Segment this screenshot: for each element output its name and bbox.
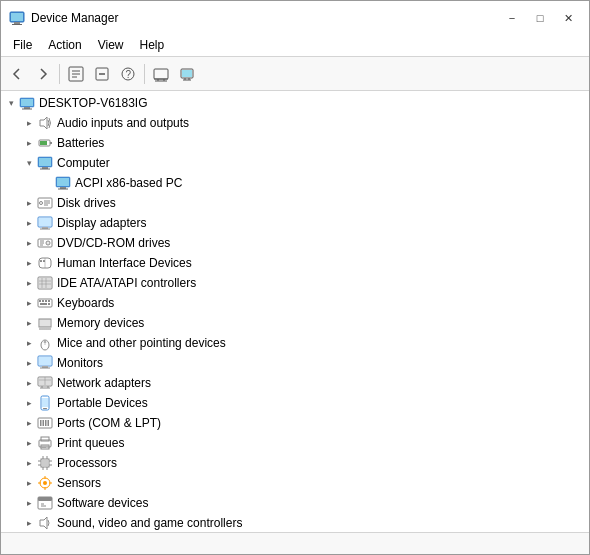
expander-ide[interactable] bbox=[21, 275, 37, 291]
svg-text:?: ? bbox=[126, 69, 132, 80]
expander-memory[interactable] bbox=[21, 315, 37, 331]
portable-label: Portable Devices bbox=[57, 396, 148, 410]
list-item[interactable]: Computer bbox=[19, 153, 589, 173]
menu-bar: File Action View Help bbox=[1, 33, 589, 57]
svg-marker-129 bbox=[40, 517, 47, 529]
expander-display[interactable] bbox=[21, 215, 37, 231]
svg-rect-67 bbox=[48, 300, 50, 302]
expander-dvd[interactable] bbox=[21, 235, 37, 251]
menu-help[interactable]: Help bbox=[132, 36, 173, 54]
ide-icon bbox=[37, 275, 53, 291]
list-item[interactable]: Print queues bbox=[19, 433, 589, 453]
svg-rect-1 bbox=[14, 22, 20, 24]
expander-monitors[interactable] bbox=[21, 355, 37, 371]
expander-sound[interactable] bbox=[21, 515, 37, 531]
list-item[interactable]: Disk drives bbox=[19, 193, 589, 213]
list-item[interactable]: Memory devices bbox=[19, 313, 589, 333]
list-item[interactable]: DVD/CD-ROM drives bbox=[19, 233, 589, 253]
expander-keyboard[interactable] bbox=[21, 295, 37, 311]
computer-icon bbox=[37, 155, 53, 171]
list-item[interactable]: Ports (COM & LPT) bbox=[19, 413, 589, 433]
software-label: Software devices bbox=[57, 496, 148, 510]
list-item[interactable]: Human Interface Devices bbox=[19, 253, 589, 273]
tree-root[interactable]: DESKTOP-V6183IG bbox=[1, 93, 589, 113]
svg-rect-35 bbox=[57, 178, 69, 186]
expander-audio[interactable] bbox=[21, 115, 37, 131]
svg-rect-29 bbox=[50, 142, 52, 144]
tree-view[interactable]: DESKTOP-V6183IG Audio inputs and outputs bbox=[1, 91, 589, 532]
expander-hid[interactable] bbox=[21, 255, 37, 271]
title-icon bbox=[9, 10, 25, 26]
memory-icon bbox=[37, 315, 53, 331]
toolbar-sep-1 bbox=[59, 64, 60, 84]
uninstall-button[interactable] bbox=[90, 62, 114, 86]
expander-network[interactable] bbox=[21, 375, 37, 391]
hid-label: Human Interface Devices bbox=[57, 256, 192, 270]
svg-rect-98 bbox=[43, 408, 47, 409]
list-item[interactable]: Batteries bbox=[19, 133, 589, 153]
expander-print[interactable] bbox=[21, 435, 37, 451]
expander-batteries[interactable] bbox=[21, 135, 37, 151]
keyboard-label: Keyboards bbox=[57, 296, 114, 310]
batteries-icon bbox=[37, 135, 53, 151]
monitors-icon bbox=[37, 355, 53, 371]
menu-file[interactable]: File bbox=[5, 36, 40, 54]
print-icon bbox=[37, 435, 53, 451]
expander-processors[interactable] bbox=[21, 455, 37, 471]
svg-rect-31 bbox=[39, 158, 51, 166]
properties-button[interactable] bbox=[64, 62, 88, 86]
menu-action[interactable]: Action bbox=[40, 36, 89, 54]
network-icon bbox=[37, 375, 53, 391]
forward-button[interactable] bbox=[31, 62, 55, 86]
expander-disk[interactable] bbox=[21, 195, 37, 211]
expander-ports[interactable] bbox=[21, 415, 37, 431]
help-button[interactable]: ? bbox=[116, 62, 140, 86]
close-button[interactable]: ✕ bbox=[555, 8, 581, 28]
svg-rect-3 bbox=[11, 13, 23, 21]
dvd-icon bbox=[37, 235, 53, 251]
memory-label: Memory devices bbox=[57, 316, 144, 330]
device-button[interactable] bbox=[175, 62, 199, 86]
svg-rect-2 bbox=[12, 24, 22, 25]
batteries-label: Batteries bbox=[57, 136, 104, 150]
list-item[interactable]: Keyboards bbox=[19, 293, 589, 313]
list-item[interactable]: Software devices bbox=[19, 493, 589, 513]
menu-view[interactable]: View bbox=[90, 36, 132, 54]
list-item[interactable]: Audio inputs and outputs bbox=[19, 113, 589, 133]
svg-rect-110 bbox=[42, 460, 48, 466]
processors-label: Processors bbox=[57, 456, 117, 470]
hid-icon bbox=[37, 255, 53, 271]
list-item[interactable]: Portable Devices bbox=[19, 393, 589, 413]
expander-mice[interactable] bbox=[21, 335, 37, 351]
expander-computer[interactable] bbox=[21, 155, 37, 171]
list-item[interactable]: Sound, video and game controllers bbox=[19, 513, 589, 532]
list-item[interactable]: Mice and other pointing devices bbox=[19, 333, 589, 353]
view-button[interactable] bbox=[149, 62, 173, 86]
expander-portable[interactable] bbox=[21, 395, 37, 411]
status-bar bbox=[1, 532, 589, 554]
list-item[interactable]: IDE ATA/ATAPI controllers bbox=[19, 273, 589, 293]
ports-icon bbox=[37, 415, 53, 431]
list-item[interactable]: Display adapters bbox=[19, 213, 589, 233]
svg-point-120 bbox=[43, 481, 47, 485]
list-item[interactable]: Processors bbox=[19, 453, 589, 473]
svg-rect-86 bbox=[39, 357, 51, 365]
list-item[interactable]: Sensors bbox=[19, 473, 589, 493]
expander-software[interactable] bbox=[21, 495, 37, 511]
display-label: Display adapters bbox=[57, 216, 146, 230]
monitors-label: Monitors bbox=[57, 356, 103, 370]
sensors-label: Sensors bbox=[57, 476, 101, 490]
maximize-button[interactable]: □ bbox=[527, 8, 553, 28]
list-item[interactable]: Network adapters bbox=[19, 373, 589, 393]
minimize-button[interactable]: − bbox=[499, 8, 525, 28]
expander-sensors[interactable] bbox=[21, 475, 37, 491]
back-button[interactable] bbox=[5, 62, 29, 86]
root-expander[interactable] bbox=[3, 95, 19, 111]
list-item[interactable]: ACPI x86-based PC bbox=[37, 173, 589, 193]
svg-rect-102 bbox=[45, 420, 47, 426]
svg-rect-101 bbox=[43, 420, 45, 426]
svg-rect-100 bbox=[40, 420, 42, 426]
sensors-icon bbox=[37, 475, 53, 491]
network-label: Network adapters bbox=[57, 376, 151, 390]
list-item[interactable]: Monitors bbox=[19, 353, 589, 373]
